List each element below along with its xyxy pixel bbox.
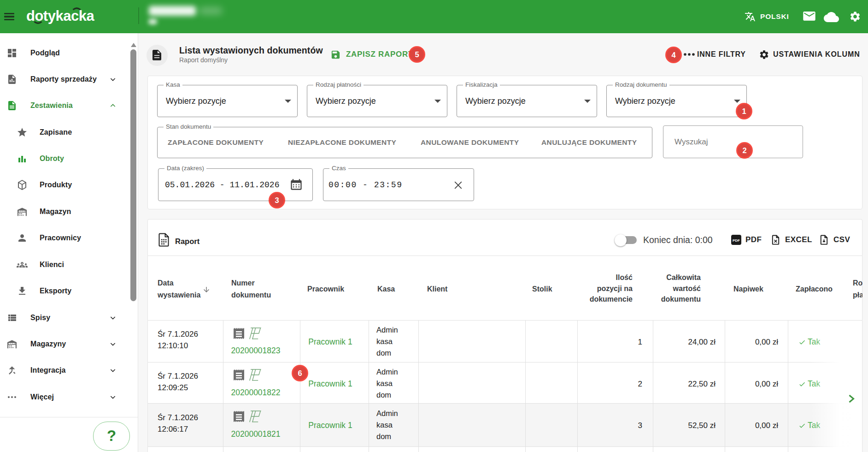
- svg-text:PDF: PDF: [733, 238, 740, 243]
